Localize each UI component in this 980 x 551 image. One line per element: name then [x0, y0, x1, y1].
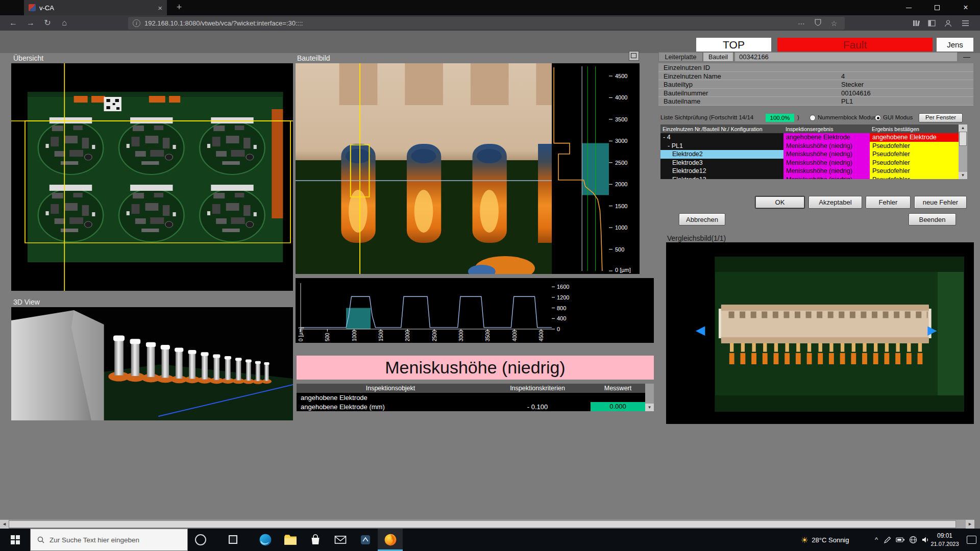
- store-taskbar-icon[interactable]: [303, 529, 328, 551]
- account-icon[interactable]: [941, 17, 954, 30]
- ok-button[interactable]: OK: [755, 196, 805, 209]
- reload-icon[interactable]: ↻: [40, 16, 55, 30]
- view3d-image[interactable]: [11, 307, 293, 420]
- inspection-row-result: angehobene Elektrode: [783, 133, 870, 142]
- app-page: TOP Fault Jens Übersicht: [0, 31, 980, 529]
- task-view-icon[interactable]: [229, 535, 237, 544]
- browser-tab[interactable]: v-CA ×: [24, 0, 167, 15]
- panel-minimize-button[interactable]: —: [960, 52, 973, 62]
- home-icon[interactable]: ⌂: [57, 16, 71, 30]
- inspection-row[interactable]: Elektrode12Meniskushöhe (niedrig)Pseudof…: [660, 167, 959, 176]
- inspection-row-name[interactable]: Elektrode3: [660, 159, 783, 167]
- beenden-button[interactable]: Beenden: [909, 213, 956, 226]
- taskbar-search-input[interactable]: Zur Suche Text hier eingeben: [30, 529, 188, 551]
- inspection-row-confirm: Pseudofehler: [870, 142, 959, 151]
- inspection-scrollbar[interactable]: ▲ ▼: [959, 124, 967, 179]
- compare-prev-button[interactable]: ◀: [696, 324, 705, 336]
- sidebar-icon[interactable]: [925, 17, 938, 30]
- inspection-row-name[interactable]: - 4: [660, 133, 783, 142]
- component-image[interactable]: [296, 63, 552, 274]
- board-id-field[interactable]: 00342166: [734, 52, 958, 62]
- user-label: Jens: [937, 38, 973, 52]
- app-taskbar-icon[interactable]: [353, 529, 378, 551]
- pocket-icon[interactable]: [812, 19, 824, 28]
- tab-close-icon[interactable]: ×: [158, 4, 162, 12]
- back-icon[interactable]: ←: [6, 16, 20, 30]
- svg-text:1500: 1500: [615, 203, 627, 209]
- site-info-icon[interactable]: i: [133, 19, 140, 27]
- info-field-value: 00104616: [841, 89, 871, 97]
- page-actions-icon[interactable]: ⋯: [795, 19, 807, 28]
- svg-text:4500: 4500: [538, 330, 544, 341]
- inspection-row-name[interactable]: Elektrode13: [660, 176, 783, 180]
- measurement-scroll-down-icon[interactable]: ▼: [645, 404, 654, 411]
- view-top-button[interactable]: TOP: [696, 38, 771, 52]
- svg-text:500: 500: [325, 333, 330, 341]
- inspection-row[interactable]: Elektrode2Meniskushöhe (niedrig)Pseudofe…: [660, 150, 959, 159]
- edge-taskbar-icon[interactable]: [253, 529, 278, 551]
- inspection-row[interactable]: Elektrode3Meniskushöhe (niedrig)Pseudofe…: [660, 159, 959, 167]
- forward-icon[interactable]: →: [23, 16, 38, 30]
- page-scroll-thumb[interactable]: [9, 520, 956, 528]
- scroll-up-icon[interactable]: ▲: [959, 124, 967, 132]
- open-window-icon[interactable]: [629, 51, 639, 61]
- per-fenster-button[interactable]: Per Fenster: [919, 113, 963, 122]
- info-field-value: 4: [841, 72, 845, 80]
- explorer-taskbar-icon[interactable]: [278, 529, 303, 551]
- scroll-thumb[interactable]: [959, 132, 967, 146]
- scroll-right-icon[interactable]: ►: [966, 520, 974, 529]
- page-horizontal-scrollbar[interactable]: ◄ ►: [0, 519, 974, 528]
- gui-mode-radio[interactable]: [875, 115, 881, 121]
- window-close-button[interactable]: ×: [951, 0, 980, 15]
- abbrechen-button[interactable]: Abbrechen: [679, 213, 725, 226]
- inspection-row[interactable]: - 4angehobene Elektrodeangehobene Elektr…: [660, 133, 959, 142]
- compare-next-button[interactable]: ▶: [927, 324, 937, 336]
- inspection-row-result: Meniskushöhe (niedrig): [783, 159, 870, 167]
- system-tray: [883, 535, 930, 544]
- cortana-icon[interactable]: [195, 534, 206, 545]
- scroll-down-icon[interactable]: ▼: [959, 172, 967, 179]
- inspection-table-header: Einzelnutzen Nr./Bauteil Nr./ Konfigurat…: [660, 124, 959, 133]
- inspection-progress-row: Liste Sichtprüfung (Fortschritt 14/14 10…: [660, 113, 973, 122]
- firefox-taskbar-icon[interactable]: [378, 529, 403, 551]
- battery-icon[interactable]: [896, 535, 905, 544]
- taskbar-clock[interactable]: 09:01 21.07.2023: [926, 532, 964, 548]
- menu-icon[interactable]: [959, 17, 972, 30]
- neue-fehler-button[interactable]: neue Fehler: [914, 196, 967, 209]
- fehler-button[interactable]: Fehler: [866, 196, 911, 209]
- browser-titlebar: v-CA × + ×: [0, 0, 980, 15]
- inspection-row-name[interactable]: Elektrode2: [660, 150, 783, 159]
- stylus-icon[interactable]: [883, 535, 892, 544]
- tab-leiterplatte[interactable]: Leiterplatte: [658, 52, 703, 62]
- windows-logo-icon: [11, 535, 20, 544]
- weather-widget[interactable]: ☀ 28°C Sonnig: [801, 529, 849, 551]
- tray-expand-icon[interactable]: ^: [871, 529, 882, 551]
- overview-image[interactable]: [11, 63, 293, 291]
- mail-taskbar-icon[interactable]: [328, 529, 353, 551]
- inspection-row-result: Meniskushöhe (niedrig): [783, 142, 870, 151]
- url-bar[interactable]: i 192.168.10.1:8080/vtweb/vca/?wicket:in…: [128, 17, 845, 30]
- new-tab-button[interactable]: +: [173, 2, 186, 14]
- inspection-table-body: - 4angehobene Elektrodeangehobene Elektr…: [660, 133, 959, 179]
- view3d-panel-title: 3D View: [13, 298, 40, 306]
- scroll-left-icon[interactable]: ◄: [0, 520, 9, 529]
- library-icon[interactable]: [910, 17, 923, 30]
- inspection-row-confirm: Pseudofehler: [870, 176, 959, 180]
- inspection-row-name[interactable]: - PL1: [660, 142, 783, 151]
- tab-bauteil[interactable]: Bauteil: [703, 52, 733, 62]
- bookmark-star-icon[interactable]: ☆: [828, 19, 840, 28]
- start-button[interactable]: [0, 529, 30, 551]
- inspection-row[interactable]: - PL1Meniskushöhe (niedrig)Pseudofehler: [660, 142, 959, 151]
- window-minimize-button[interactable]: [894, 0, 923, 15]
- measurement-row: angehobene Elektrode: [297, 393, 654, 402]
- window-maximize-button[interactable]: [923, 0, 951, 15]
- inspection-row-name[interactable]: Elektrode12: [660, 167, 783, 176]
- network-icon[interactable]: [909, 535, 918, 544]
- inspection-row[interactable]: Elektrode13Meniskushöhe (niedrig)Pseudof…: [660, 176, 959, 180]
- action-center-icon[interactable]: [967, 536, 976, 544]
- numpad-mode-radio[interactable]: [810, 115, 816, 121]
- overview-panel-title: Übersicht: [13, 54, 43, 62]
- numpad-mode-label: Nummernblock Modus: [818, 114, 876, 120]
- akzeptabel-button[interactable]: Akzeptabel: [808, 196, 862, 209]
- compare-image[interactable]: ◀ ▶: [666, 242, 974, 424]
